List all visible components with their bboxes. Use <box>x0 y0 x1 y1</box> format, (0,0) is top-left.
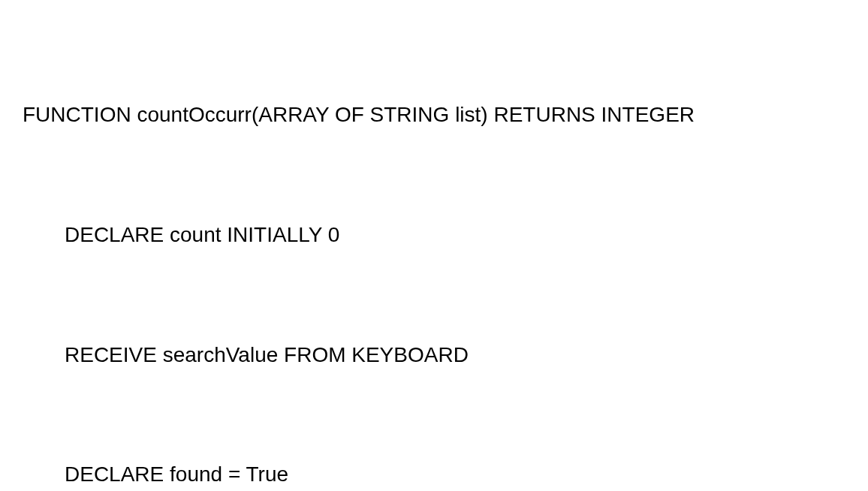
pseudocode-block: FUNCTION countOccurr(ARRAY OF STRING lis… <box>23 15 845 491</box>
code-line-declare-found: DECLARE found = True <box>23 454 845 491</box>
code-line-declare-count: DECLARE count INITIALLY 0 <box>23 215 845 255</box>
code-line-function-declaration: FUNCTION countOccurr(ARRAY OF STRING lis… <box>23 95 845 134</box>
code-line-receive-input: RECEIVE searchValue FROM KEYBOARD <box>23 335 845 375</box>
